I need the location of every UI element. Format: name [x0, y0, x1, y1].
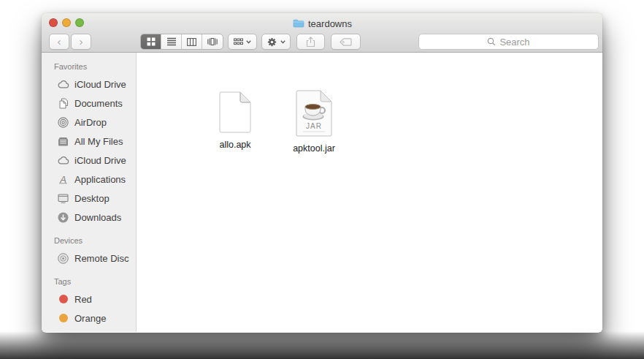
sidebar-item-applications[interactable]: A Applications — [42, 170, 136, 189]
list-view-button[interactable] — [161, 34, 182, 49]
cloud-icon — [57, 78, 69, 90]
forward-button[interactable]: › — [71, 34, 91, 50]
forward-chevron-icon: › — [80, 36, 83, 47]
documents-icon — [57, 97, 69, 109]
sidebar-section-devices: Devices — [42, 233, 136, 249]
window-title-area: teardowns — [42, 17, 602, 30]
desktop-shadow — [0, 331, 644, 359]
finder-window: teardowns ‹ › — [42, 13, 602, 333]
chevron-down-icon — [246, 40, 251, 44]
file-browser-area[interactable]: allo.apk JAR apkt — [137, 53, 602, 332]
column-view-icon — [187, 38, 196, 46]
sidebar-item-tag-yellow[interactable]: Yellow — [42, 328, 136, 332]
file-name: apktool.jar — [293, 143, 335, 154]
sidebar-section-favorites: Favorites — [42, 58, 136, 75]
sidebar-item-label: Applications — [74, 174, 126, 185]
sidebar: Favorites iCloud Drive Documents — [42, 53, 137, 332]
yellow-tag-icon — [57, 331, 69, 332]
search-placeholder: Search — [499, 37, 529, 48]
tag-icon — [340, 38, 352, 46]
list-view-icon — [167, 37, 176, 46]
sidebar-item-label: Desktop — [74, 193, 110, 204]
airdrop-icon — [57, 116, 69, 128]
view-segmented-control — [140, 34, 223, 50]
sidebar-item-all-my-files[interactable]: All My Files — [42, 132, 136, 151]
tag-button[interactable] — [331, 34, 361, 50]
sidebar-item-label: iCloud Drive — [74, 155, 126, 166]
sidebar-item-remote-disc[interactable]: Remote Disc — [42, 249, 136, 268]
jar-file-icon: JAR — [296, 90, 332, 137]
gear-icon — [267, 37, 277, 48]
disc-icon — [57, 252, 69, 264]
sidebar-item-tag-orange[interactable]: Orange — [42, 309, 136, 328]
coverflow-view-icon — [207, 37, 218, 46]
cloud-icon — [57, 154, 69, 166]
red-tag-icon — [57, 293, 69, 305]
sidebar-item-tag-red[interactable]: Red — [42, 290, 136, 309]
sidebar-item-label: iCloud Drive — [74, 79, 126, 90]
chevron-down-icon — [280, 40, 285, 44]
sidebar-item-label: Remote Disc — [74, 253, 129, 264]
back-button[interactable]: ‹ — [49, 34, 69, 50]
sidebar-item-label: AirDrop — [74, 117, 107, 128]
back-chevron-icon: ‹ — [58, 36, 61, 47]
orange-tag-icon — [57, 312, 69, 324]
share-icon — [306, 37, 315, 48]
desktop-icon — [57, 192, 69, 204]
sidebar-item-documents[interactable]: Documents — [42, 94, 136, 113]
sidebar-item-desktop[interactable]: Desktop — [42, 189, 136, 208]
sidebar-item-downloads[interactable]: Downloads — [42, 208, 136, 227]
titlebar-toolbar: teardowns ‹ › — [42, 13, 602, 53]
sidebar-item-icloud-drive-2[interactable]: iCloud Drive — [42, 151, 136, 170]
svg-text:A: A — [59, 174, 66, 184]
sidebar-item-label: All My Files — [74, 136, 123, 147]
coverflow-view-button[interactable] — [202, 34, 223, 49]
sidebar-item-label: Yellow — [74, 332, 101, 333]
column-view-button[interactable] — [182, 34, 202, 49]
applications-icon: A — [57, 173, 69, 185]
sidebar-item-airdrop[interactable]: AirDrop — [42, 113, 136, 132]
share-button[interactable] — [296, 34, 325, 50]
search-input[interactable]: Search — [418, 34, 599, 50]
file-allo-apk[interactable]: allo.apk — [195, 91, 275, 150]
icon-view-button[interactable] — [141, 34, 161, 49]
file-apktool-jar[interactable]: JAR apktool.jar — [274, 90, 354, 154]
icon-view-icon — [147, 37, 156, 46]
search-icon — [487, 37, 496, 46]
arrange-grid-icon — [234, 38, 243, 45]
file-name: allo.apk — [219, 140, 250, 150]
sidebar-item-label: Orange — [74, 313, 106, 324]
folder-icon — [292, 18, 304, 29]
downloads-icon — [57, 211, 69, 223]
sidebar-item-label: Downloads — [74, 212, 121, 223]
apk-file-icon — [219, 91, 251, 133]
sidebar-item-label: Documents — [74, 98, 123, 109]
action-menu-button[interactable] — [261, 34, 291, 50]
jar-badge: JAR — [306, 122, 322, 130]
sidebar-item-label: Red — [74, 294, 92, 305]
all-my-files-icon — [57, 135, 69, 147]
sidebar-item-icloud-drive[interactable]: iCloud Drive — [42, 75, 136, 94]
window-title: teardowns — [308, 18, 352, 29]
sidebar-section-tags: Tags — [42, 273, 136, 290]
arrange-menu-button[interactable] — [228, 34, 257, 50]
